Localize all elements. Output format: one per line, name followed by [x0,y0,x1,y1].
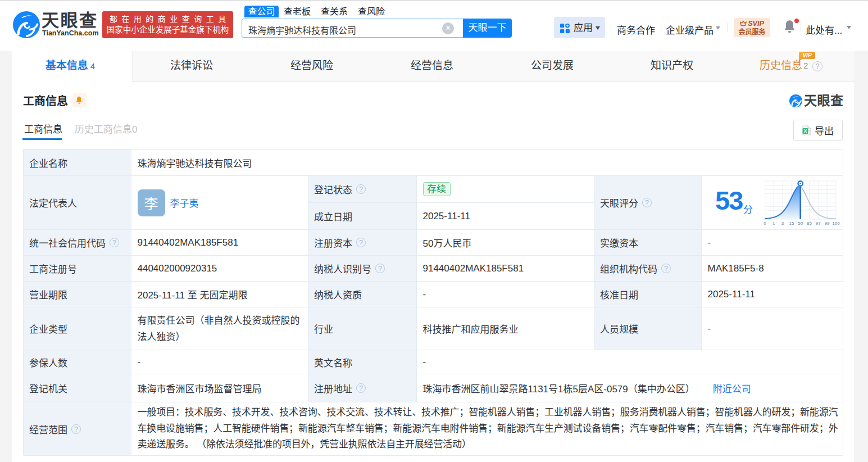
svg-text:0: 0 [764,221,766,226]
svg-text:50: 50 [798,221,803,226]
svg-text:85: 85 [807,221,812,226]
svg-text:3: 3 [781,221,784,226]
svg-text:97: 97 [816,221,821,226]
svg-text:1: 1 [772,221,775,226]
svg-text:100: 100 [832,221,840,226]
svg-text:X: X [803,128,807,133]
svg-text:99: 99 [825,221,830,226]
svg-text:15: 15 [789,221,794,226]
